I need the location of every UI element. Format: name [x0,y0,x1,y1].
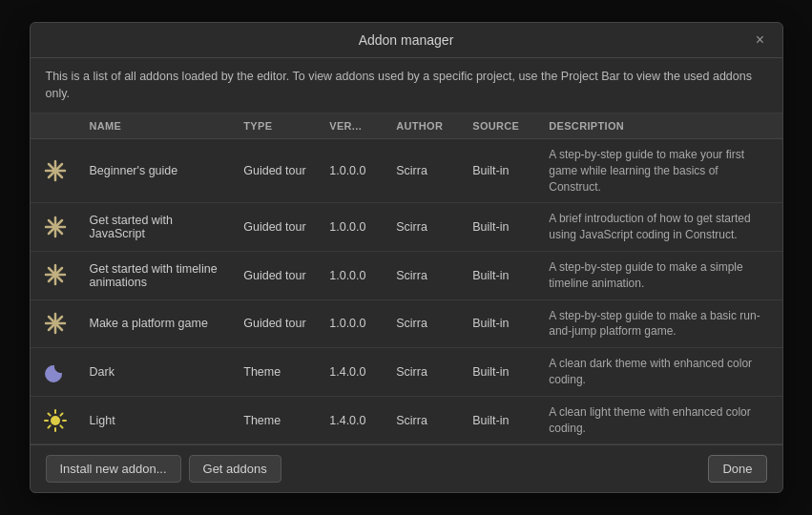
addon-author: Scirra [386,139,463,203]
addon-version: 1.4.0.0 [320,396,386,444]
addon-icon-cell [31,299,80,348]
addon-description: A step-by-step guide to make your first … [539,139,781,203]
cross-icon [40,155,71,186]
addon-icon-cell [31,348,80,397]
addon-type: Guided tour [234,139,320,203]
svg-line-22 [60,425,62,427]
svg-line-21 [48,413,50,415]
addon-version: 1.0.0.0 [320,299,386,348]
addon-manager-modal: Addon manager × This is a list of all ad… [30,22,783,494]
addon-description: A brief introduction of how to get start… [539,203,781,252]
addon-icon-cell [31,252,80,300]
get-addons-button[interactable]: Get addons [189,455,281,483]
col-header-version: VER... [320,113,386,139]
addon-name: Dark [80,348,235,397]
addon-description: A step-by-step guide to make a basic run… [539,299,781,348]
table-row[interactable]: LightTheme1.4.0.0ScirraBuilt-inA clean l… [31,396,782,444]
addon-type: Theme [234,396,320,444]
addon-author: Scirra [386,203,463,252]
addon-author: Scirra [386,299,463,348]
cross-icon [40,308,71,339]
col-header-type: TYPE [234,113,320,139]
addon-source: Built-in [463,348,539,397]
cross-icon [40,259,71,290]
addon-type: Theme [234,348,320,397]
addon-source: Built-in [463,252,539,300]
table-header-row: NAME TYPE VER... AUTHOR SOURCE DESCRIPTI… [31,113,782,139]
addon-source: Built-in [463,396,539,444]
modal-overlay: Addon manager × This is a list of all ad… [0,0,812,515]
modal-header: Addon manager × [31,23,782,58]
addon-name: Get started with timeline animations [80,252,235,300]
addon-version: 1.4.0.0 [320,348,386,397]
addon-icon-cell [31,203,80,252]
addon-name: Get started with JavaScript [80,203,235,252]
addon-author: Scirra [386,252,463,300]
done-button[interactable]: Done [708,455,766,483]
svg-line-24 [48,425,50,427]
addon-name: Beginner's guide [80,139,235,203]
addon-description: A clean dark theme with enhanced color c… [539,348,781,397]
table-row[interactable]: Get started with timeline animationsGuid… [31,252,782,300]
table-row[interactable]: DarkTheme1.4.0.0ScirraBuilt-inA clean da… [31,348,782,397]
modal-description: This is a list of all addons loaded by t… [31,58,782,114]
addon-source: Built-in [463,139,539,203]
table-row[interactable]: Beginner's guideGuided tour1.0.0.0Scirra… [31,139,782,203]
addon-author: Scirra [386,348,463,397]
table-wrapper[interactable]: NAME TYPE VER... AUTHOR SOURCE DESCRIPTI… [31,113,782,444]
modal-title: Addon manager [359,32,454,48]
col-header-description: DESCRIPTION [539,113,781,139]
addon-description: A step-by-step guide to make a simple ti… [539,252,781,300]
addon-icon-cell [31,396,80,444]
addon-version: 1.0.0.0 [320,252,386,300]
table-row[interactable]: Make a platform gameGuided tour1.0.0.0Sc… [31,299,782,348]
table-row[interactable]: Get started with JavaScriptGuided tour1.… [31,203,782,252]
addon-type: Guided tour [234,299,320,348]
modal-footer: Install new addon... Get addons Done [31,444,782,492]
col-header-source: SOURCE [463,113,539,139]
svg-point-16 [51,416,60,425]
col-header-name: NAME [80,113,235,139]
addon-source: Built-in [463,299,539,348]
addons-table: NAME TYPE VER... AUTHOR SOURCE DESCRIPTI… [31,113,782,444]
addon-icon-cell [31,139,80,203]
install-new-addon-button[interactable]: Install new addon... [46,455,181,483]
addon-name: Make a platform game [80,299,235,348]
addon-type: Guided tour [234,252,320,300]
addon-version: 1.0.0.0 [320,139,386,203]
addon-name: Light [80,396,235,444]
addon-version: 1.0.0.0 [320,203,386,252]
col-header-icon [31,113,80,139]
moon-icon [40,357,71,387]
close-button[interactable]: × [750,30,771,51]
col-header-author: AUTHOR [386,113,463,139]
sun-icon [40,405,71,436]
addon-type: Guided tour [234,203,320,252]
addon-author: Scirra [386,396,463,444]
addon-source: Built-in [463,203,539,252]
addon-description: A clean light theme with enhanced color … [539,396,781,444]
cross-icon [40,212,71,242]
footer-left-buttons: Install new addon... Get addons [46,455,281,483]
svg-line-23 [60,413,62,415]
